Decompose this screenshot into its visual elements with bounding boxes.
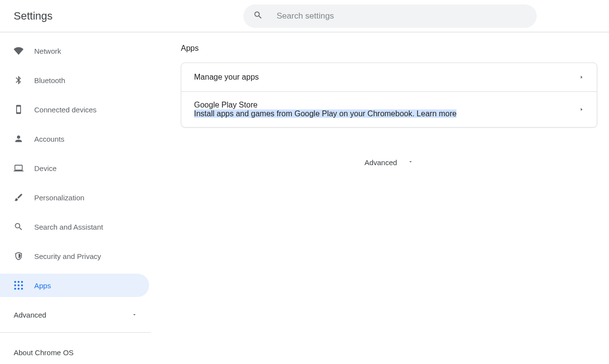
brush-icon	[14, 193, 23, 202]
sidebar-item-label: Network	[34, 47, 61, 55]
section-title: Apps	[181, 44, 597, 53]
sidebar-item-network[interactable]: Network	[0, 39, 149, 63]
search-icon	[253, 10, 263, 22]
sidebar-item-label: Personalization	[34, 193, 85, 202]
laptop-icon	[14, 163, 23, 173]
shield-icon	[14, 251, 23, 261]
sidebar-item-label: Search and Assistant	[34, 223, 103, 231]
sidebar-item-personalization[interactable]: Personalization	[0, 186, 149, 209]
sidebar-divider	[0, 332, 151, 333]
advanced-label: Advanced	[365, 158, 397, 167]
page-title: Settings	[0, 10, 53, 22]
apps-card: Manage your apps Google Play Store Insta…	[181, 63, 597, 128]
sidebar-about-label: About Chrome OS	[14, 348, 74, 357]
wifi-icon	[14, 46, 23, 56]
row-title: Manage your apps	[194, 73, 259, 82]
sidebar-item-label: Apps	[34, 281, 51, 290]
bluetooth-icon	[14, 75, 23, 85]
sidebar-item-bluetooth[interactable]: Bluetooth	[0, 68, 149, 92]
phone-icon	[14, 105, 23, 114]
sidebar-item-device[interactable]: Device	[0, 156, 149, 180]
row-google-play-store[interactable]: Google Play Store Install apps and games…	[181, 91, 597, 127]
row-title: Google Play Store	[194, 101, 457, 109]
search-icon	[14, 222, 23, 232]
sidebar-item-connected-devices[interactable]: Connected devices	[0, 98, 149, 121]
chevron-down-icon	[408, 158, 413, 167]
chevron-right-icon	[579, 105, 584, 114]
sidebar-advanced-label: Advanced	[14, 311, 46, 319]
chevron-right-icon	[579, 73, 584, 82]
chevron-down-icon	[131, 311, 137, 319]
sidebar-item-about[interactable]: About Chrome OS	[0, 341, 151, 364]
sidebar-item-label: Device	[34, 164, 57, 172]
row-manage-apps[interactable]: Manage your apps	[181, 63, 597, 91]
person-icon	[14, 134, 23, 144]
sidebar-item-label: Connected devices	[34, 106, 97, 114]
sidebar-item-accounts[interactable]: Accounts	[0, 127, 149, 150]
advanced-toggle[interactable]: Advanced	[181, 158, 597, 167]
sidebar-item-label: Accounts	[34, 135, 65, 143]
sidebar-item-search-assistant[interactable]: Search and Assistant	[0, 215, 149, 238]
sidebar: Network Bluetooth Connected devices Acco…	[0, 32, 152, 364]
search-input[interactable]	[277, 11, 527, 21]
main-content: Apps Manage your apps Google Play Store …	[152, 32, 609, 364]
sidebar-item-label: Security and Privacy	[34, 252, 101, 260]
apps-icon	[14, 280, 23, 290]
row-subtitle: Install apps and games from Google Play …	[194, 109, 457, 118]
sidebar-item-label: Bluetooth	[34, 76, 65, 85]
search-bar[interactable]	[243, 4, 537, 28]
sidebar-item-apps[interactable]: Apps	[0, 274, 149, 297]
header: Settings	[0, 0, 609, 32]
sidebar-advanced-toggle[interactable]: Advanced	[0, 303, 151, 326]
sidebar-item-security-privacy[interactable]: Security and Privacy	[0, 244, 149, 268]
